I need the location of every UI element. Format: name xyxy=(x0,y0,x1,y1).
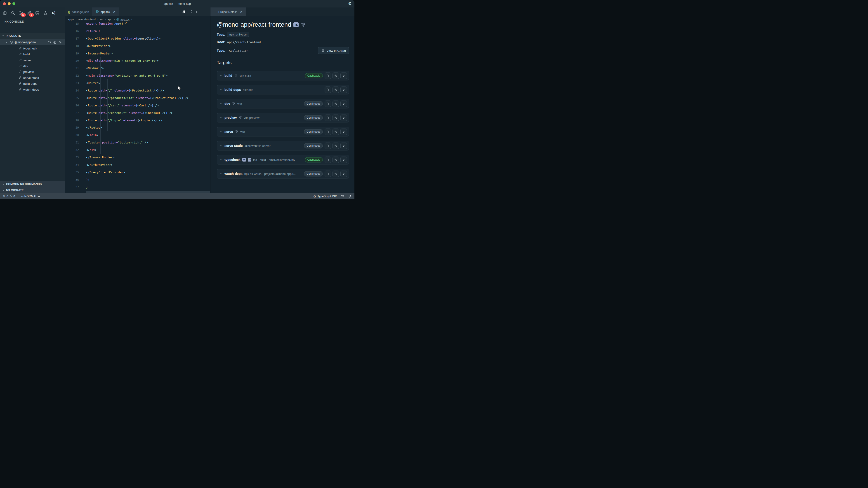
focus-target-button[interactable] xyxy=(333,115,339,121)
activity-nx-console-icon[interactable]: N⟩ xyxy=(51,9,57,16)
code-line-17[interactable]: 17 <QueryClientProvider client={queryCli… xyxy=(65,35,210,42)
code-line-20[interactable]: 20 <div className="min-h-screen bg-gray-… xyxy=(65,57,210,64)
badge-count: 32 xyxy=(21,13,26,17)
copy-task-button[interactable] xyxy=(324,157,331,163)
tab-project-details[interactable]: Project Details ✕ xyxy=(211,7,246,16)
copy-task-button[interactable] xyxy=(324,115,331,121)
activity-source-control-icon[interactable]: 32 xyxy=(18,9,24,16)
close-tab-icon[interactable]: ✕ xyxy=(113,10,116,13)
sidebar-task-dev[interactable]: dev xyxy=(0,63,65,69)
code-line-21[interactable]: 21 <Navbar /> xyxy=(65,64,210,72)
code-area[interactable]: 15export function App() {16 return (17 <… xyxy=(65,20,210,193)
code-line-23[interactable]: 23 <Routes> xyxy=(65,79,210,87)
sidebar-task-serve[interactable]: serve xyxy=(0,57,65,63)
sidebar-task-typecheck[interactable]: typecheck xyxy=(0,45,65,51)
copy-task-button[interactable] xyxy=(324,129,331,135)
open-project-details-icon[interactable] xyxy=(182,10,186,14)
copilot-icon[interactable] xyxy=(340,194,344,198)
focus-target-button[interactable] xyxy=(333,170,339,177)
focus-target-button[interactable] xyxy=(333,142,339,149)
code-line-18[interactable]: 18 <AuthProvider> xyxy=(65,42,210,50)
target-card-build-deps[interactable]: build-depsnx:noop xyxy=(217,85,349,94)
folder-icon[interactable] xyxy=(48,40,51,44)
run-target-button[interactable] xyxy=(340,87,347,93)
activity-testing-icon[interactable] xyxy=(42,9,49,16)
code-line-29[interactable]: 29 </Routes> xyxy=(65,124,210,131)
target-card-typecheck[interactable]: typecheckTSTStsc --build --emitDeclarati… xyxy=(217,155,349,164)
view-in-graph-button[interactable]: View In Graph xyxy=(318,47,349,54)
run-target-button[interactable] xyxy=(340,142,347,149)
tab-app-tsx[interactable]: app.tsx ✕ xyxy=(92,7,119,16)
code-line-22[interactable]: 22 <main className="container mx-auto px… xyxy=(65,72,210,79)
run-target-button[interactable] xyxy=(340,72,347,79)
line-number: 23 xyxy=(65,81,79,85)
copy-task-button[interactable] xyxy=(324,142,331,149)
sidebar-task-watch-deps[interactable]: watch-deps xyxy=(0,87,65,92)
code-line-19[interactable]: 19 <BrowserRouter> xyxy=(65,50,210,57)
target-icon[interactable] xyxy=(58,40,62,44)
focus-target-button[interactable] xyxy=(333,87,339,93)
target-card-serve-static[interactable]: serve-static@nx/web:file-serverContinuou… xyxy=(217,141,349,151)
errors-icon[interactable]: ⊗ xyxy=(3,195,5,198)
code-line-30[interactable]: 30 </main> xyxy=(65,131,210,139)
focus-target-button[interactable] xyxy=(333,101,339,107)
code-line-35[interactable]: 35 </QueryClientProvider> xyxy=(65,168,210,176)
run-target-button[interactable] xyxy=(340,129,347,135)
code-line-27[interactable]: 27 <Route path="/checkout" element={<Che… xyxy=(65,109,210,117)
panel-more-actions-icon[interactable]: ⋯ xyxy=(347,10,354,14)
run-target-button[interactable] xyxy=(340,101,347,107)
code-line-28[interactable]: 28 <Route path="/login" element={<Login … xyxy=(65,117,210,124)
target-card-watch-deps[interactable]: watch-depsnpx nx watch --projects @mono-… xyxy=(217,169,349,178)
copy-task-button[interactable] xyxy=(324,170,331,177)
copy-task-button[interactable] xyxy=(324,87,331,93)
activity-extensions-icon[interactable]: 1 xyxy=(26,9,32,16)
code-line-31[interactable]: 31 <Toaster position="bottom-right" /> xyxy=(65,139,210,146)
tab-package-json[interactable]: {} package.json xyxy=(65,7,92,16)
warnings-icon[interactable]: ⚠ xyxy=(9,195,12,198)
code-line-25[interactable]: 25 <Route path="/products/:id" element={… xyxy=(65,94,210,102)
copy-task-button[interactable] xyxy=(324,101,331,107)
refresh-icon[interactable] xyxy=(189,10,193,14)
focus-target-button[interactable] xyxy=(333,72,339,79)
code-line-33[interactable]: 33 </BrowserRouter> xyxy=(65,154,210,161)
settings-gear-icon[interactable]: ⚙ xyxy=(348,1,352,6)
sidebar-task-preview[interactable]: preview xyxy=(0,69,65,75)
run-target-button[interactable] xyxy=(340,115,347,121)
code-line-26[interactable]: 26 <Route path="/cart" element={<Cart />… xyxy=(65,102,210,109)
activity-remote-explorer-icon[interactable] xyxy=(34,9,40,16)
sidebar-project-row[interactable]: @mono-app/rea... xyxy=(0,39,65,45)
code-line-34[interactable]: 34 </AuthProvider> xyxy=(65,161,210,168)
code-line-37[interactable]: 37} xyxy=(65,184,210,191)
sidebar-task-build-deps[interactable]: build-deps xyxy=(0,80,65,87)
refresh-file-icon[interactable] xyxy=(53,40,57,44)
sidebar-section-nx-migrate[interactable]: NX MIGRATE xyxy=(0,187,65,193)
code-line-16[interactable]: 16 return ( xyxy=(65,27,210,35)
sidebar-task-serve-static[interactable]: serve-static xyxy=(0,75,65,80)
sidebar-more-actions-icon[interactable]: ⋯ xyxy=(57,20,61,24)
code-line-24[interactable]: 24 <Route path="/" element={<ProductList… xyxy=(65,87,210,94)
code-line-38[interactable] xyxy=(65,191,210,193)
close-tab-icon[interactable]: ✕ xyxy=(240,10,243,13)
projects-section-header[interactable]: PROJECTS xyxy=(0,33,65,39)
run-target-button[interactable] xyxy=(340,170,347,177)
target-card-preview[interactable]: previewvite previewContinuous xyxy=(217,113,349,123)
target-card-dev[interactable]: devviteContinuous xyxy=(217,99,349,108)
activity-search-icon[interactable] xyxy=(10,9,16,16)
notifications-bell-icon[interactable] xyxy=(348,194,352,198)
activity-files-icon[interactable] xyxy=(2,9,8,16)
sidebar-task-build[interactable]: build xyxy=(0,51,65,57)
code-line-32[interactable]: 32 </div> xyxy=(65,146,210,154)
sidebar-section-common-nx-commands[interactable]: COMMON NX COMMANDS xyxy=(0,181,65,187)
split-editor-icon[interactable] xyxy=(196,10,200,14)
more-actions-icon[interactable]: ⋯ xyxy=(203,10,207,14)
code-line-36[interactable]: 36 ); xyxy=(65,176,210,184)
vite-icon xyxy=(301,22,306,27)
code-line-15[interactable]: 15export function App() { xyxy=(65,20,210,27)
focus-target-button[interactable] xyxy=(333,157,339,163)
run-target-button[interactable] xyxy=(340,157,347,163)
copy-task-button[interactable] xyxy=(324,72,331,79)
language-indicator[interactable]: TypeScript JSX xyxy=(318,195,337,198)
focus-target-button[interactable] xyxy=(333,129,339,135)
target-card-serve[interactable]: serveviteContinuous xyxy=(217,127,349,136)
target-card-build[interactable]: buildvite buildCacheable xyxy=(217,71,349,80)
